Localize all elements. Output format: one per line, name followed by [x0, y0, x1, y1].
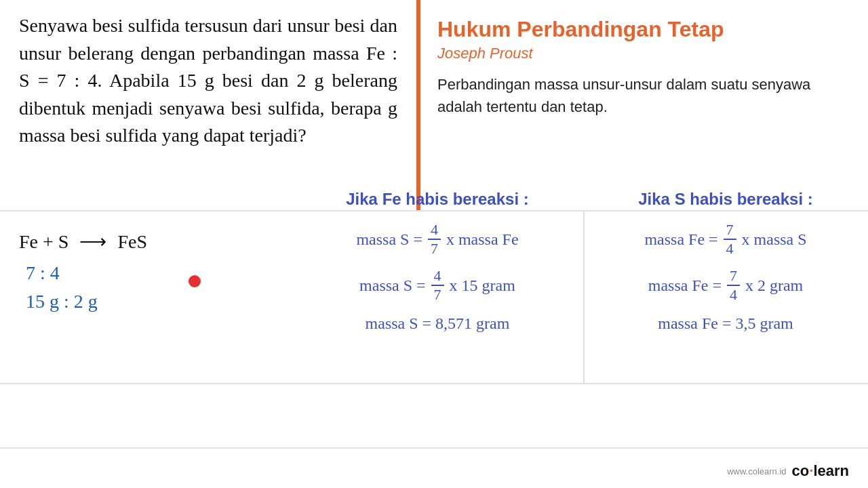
law-title: Hukum Perbandingan Tetap — [437, 17, 844, 42]
s-formula2: massa Fe = 7 4 x 2 gram — [604, 268, 848, 302]
vertical-divider — [416, 0, 420, 210]
fe-formula1-suffix: x massa Fe — [446, 230, 519, 249]
law-author: Joseph Proust — [437, 45, 844, 62]
s-formula1-suffix: x massa S — [742, 230, 807, 249]
column-divider — [583, 210, 585, 383]
s-fraction2: 7 4 — [727, 268, 740, 302]
fe-fraction2: 4 7 — [431, 268, 444, 302]
logo-learn: learn — [813, 462, 849, 479]
fe-fraction2-den: 7 — [431, 286, 444, 302]
reaction-row: Fe + S ⟶ FeS — [19, 230, 279, 253]
reaction-panel: Fe + S ⟶ FeS 7 : 4 15 g : 2 g — [0, 217, 298, 333]
condition-fe-title: Jika Fe habis bereaksi : — [312, 190, 563, 209]
fe-formula2-prefix: massa S = — [359, 277, 426, 295]
fe-formula2: massa S = 4 7 x 15 gram — [312, 268, 563, 302]
cursor-dot — [189, 275, 201, 287]
fe-formula1-prefix: massa S = — [356, 230, 422, 249]
s-formula2-prefix: massa Fe = — [648, 277, 722, 295]
ratio-label: 7 : 4 — [26, 262, 60, 284]
logo-brand: co·learn — [792, 462, 849, 480]
page: Senyawa besi sulfida tersusun dari unsur… — [0, 0, 868, 488]
reactants: Fe + S — [19, 231, 68, 253]
fe-fraction1: 4 7 — [428, 222, 441, 256]
s-fraction1-den: 4 — [724, 240, 736, 256]
condition-s-panel: Jika S habis bereaksi : massa Fe = 7 4 x… — [597, 183, 854, 352]
fe-fraction1-den: 7 — [428, 240, 441, 256]
reaction-arrow: ⟶ — [79, 230, 106, 253]
condition-s-title: Jika S habis bereaksi : — [604, 190, 848, 209]
logo-co: co — [792, 462, 810, 479]
s-result-value: 3,5 gram — [735, 314, 793, 332]
question-text: Senyawa besi sulfida tersusun dari unsur… — [19, 12, 397, 150]
s-formula1-prefix: massa Fe = — [644, 230, 717, 249]
fe-result-value: 8,571 gram — [435, 314, 509, 332]
fe-result: massa S = 8,571 gram — [312, 314, 563, 333]
fe-formula1: massa S = 4 7 x massa Fe — [312, 222, 563, 256]
s-result: massa Fe = 3,5 gram — [604, 314, 848, 333]
ratio-row: 7 : 4 — [19, 262, 279, 284]
s-formula1: massa Fe = 7 4 x massa S — [604, 222, 848, 256]
fe-fraction1-num: 4 — [428, 222, 441, 240]
given-row: 15 g : 2 g — [19, 291, 279, 312]
s-result-prefix: massa Fe = — [658, 314, 731, 332]
s-formula2-value: x 2 gram — [745, 277, 803, 295]
horizontal-divider-2 — [0, 383, 868, 384]
law-description: Perbandingan massa unsur-unsur dalam sua… — [437, 73, 844, 118]
s-fraction1-num: 7 — [724, 222, 736, 240]
law-panel: Hukum Perbandingan Tetap Joseph Proust P… — [424, 10, 858, 125]
given-label: 15 g : 2 g — [26, 291, 98, 312]
question-panel: Senyawa besi sulfida tersusun dari unsur… — [0, 0, 416, 162]
fe-result-prefix: massa S = — [366, 314, 432, 332]
fe-fraction2-num: 4 — [431, 268, 444, 286]
s-fraction2-den: 4 — [727, 286, 740, 302]
s-fraction2-num: 7 — [727, 268, 740, 286]
s-fraction1: 7 4 — [724, 222, 736, 256]
condition-fe-panel: Jika Fe habis bereaksi : massa S = 4 7 x… — [305, 183, 570, 352]
fe-formula2-value: x 15 gram — [450, 277, 515, 295]
horizontal-divider-3 — [0, 447, 868, 449]
logo-url: www.colearn.id — [727, 466, 786, 476]
logo-area: www.colearn.id co·learn — [727, 462, 849, 480]
product: FeS — [117, 231, 147, 253]
